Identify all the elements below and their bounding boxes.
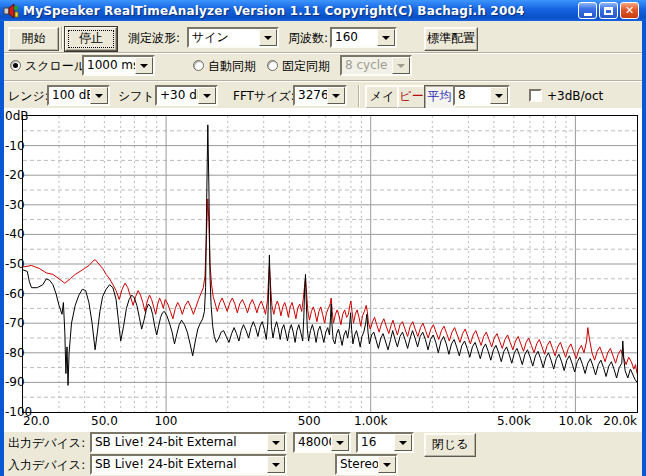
start-button[interactable]: 開始 bbox=[8, 27, 59, 51]
toolbar-separator bbox=[61, 27, 63, 49]
shift-label: シフト: bbox=[118, 88, 159, 104]
auto-sync-radio-label[interactable]: 自動同期 bbox=[208, 58, 256, 74]
y-axis-tick-label: -90 bbox=[5, 375, 25, 389]
input-device-label: 入力デバイス: bbox=[8, 457, 85, 473]
x-axis-tick-label: 10.0k bbox=[559, 414, 593, 428]
dropdown-arrow-icon[interactable] bbox=[267, 434, 285, 451]
shift-select[interactable]: +30 dB bbox=[155, 85, 218, 106]
output-device-label: 出力デバイス: bbox=[8, 435, 85, 451]
scroll-radio[interactable] bbox=[10, 60, 21, 71]
range-label: レンジ: bbox=[8, 88, 49, 104]
y-axis-tick-label: -30 bbox=[5, 198, 25, 212]
minimize-icon bbox=[584, 13, 592, 16]
dropdown-arrow-icon[interactable] bbox=[490, 87, 508, 104]
maximize-icon bbox=[604, 7, 613, 15]
dropdown-arrow-icon bbox=[392, 57, 410, 74]
range-select[interactable]: 100 dB bbox=[47, 85, 110, 106]
scroll-interval-select[interactable]: 1000 ms bbox=[82, 55, 155, 76]
x-axis-tick-label: 500 bbox=[298, 414, 321, 428]
average-trace-button[interactable]: 平均 bbox=[424, 85, 455, 109]
dropdown-arrow-icon[interactable] bbox=[135, 57, 153, 74]
dropdown-arrow-icon[interactable] bbox=[331, 434, 349, 451]
auto-sync-radio[interactable] bbox=[193, 60, 204, 71]
x-axis-tick-label: 20.0k bbox=[603, 414, 637, 428]
bit-depth-select[interactable]: 16 bbox=[356, 432, 414, 453]
frequency-label: 周波数: bbox=[288, 30, 328, 46]
waveform-select[interactable]: サイン bbox=[187, 27, 279, 48]
toolbar-row-separator bbox=[4, 80, 642, 82]
x-axis-tick-label: 50.0 bbox=[91, 414, 118, 428]
x-axis-tick-label: 5.00k bbox=[497, 414, 531, 428]
app-window: MySpeaker RealTimeAnalyzer Version 1.11 … bbox=[0, 0, 646, 476]
fft-size-label: FFTサイズ: bbox=[233, 88, 295, 104]
main-trace-button[interactable]: メイン bbox=[365, 85, 399, 109]
scroll-radio-label[interactable]: スクロール bbox=[25, 58, 86, 74]
dropdown-arrow-icon[interactable] bbox=[267, 456, 285, 473]
spectrum-plot bbox=[22, 115, 638, 413]
y-axis-tick-label: -40 bbox=[5, 227, 25, 241]
y-axis-tick-label: -60 bbox=[5, 287, 25, 301]
dropdown-arrow-icon[interactable] bbox=[327, 87, 345, 104]
fft-size-select[interactable]: 32768 bbox=[293, 85, 347, 106]
close-window-button[interactable]: ✕ bbox=[620, 2, 639, 19]
y-axis-tick-label: -10 bbox=[5, 139, 25, 153]
fixed-sync-radio[interactable] bbox=[267, 60, 278, 71]
app-icon bbox=[3, 3, 19, 19]
dropdown-arrow-icon[interactable] bbox=[394, 434, 412, 451]
dropdown-arrow-icon[interactable] bbox=[198, 87, 216, 104]
title-bar: MySpeaker RealTimeAnalyzer Version 1.11 … bbox=[0, 0, 646, 21]
average-count-select[interactable]: 8 bbox=[453, 85, 510, 106]
dropdown-arrow-icon[interactable] bbox=[259, 29, 277, 46]
waveform-label: 測定波形: bbox=[128, 30, 180, 46]
y-axis-tick-label: -70 bbox=[5, 316, 25, 330]
window-controls: ✕ bbox=[576, 2, 639, 19]
y-axis-tick-label: -50 bbox=[5, 257, 25, 271]
y-axis-tick-label: 0dB bbox=[5, 109, 28, 123]
x-axis-tick-label: 20.0 bbox=[23, 414, 50, 428]
close-button[interactable]: 閉じる bbox=[424, 433, 476, 457]
maximize-button[interactable] bbox=[599, 2, 618, 19]
dropdown-arrow-icon[interactable] bbox=[90, 87, 108, 104]
channel-select[interactable]: Stereo bbox=[335, 454, 398, 475]
peak-trace-button[interactable]: ピーク bbox=[397, 85, 426, 109]
y-axis-tick-label: -80 bbox=[5, 346, 25, 360]
close-icon: ✕ bbox=[625, 5, 634, 16]
input-device-select[interactable]: SB Live! 24-bit External bbox=[90, 454, 287, 475]
dropdown-arrow-icon[interactable] bbox=[377, 29, 395, 46]
x-axis-tick-label: 1.00k bbox=[354, 414, 388, 428]
oct-slope-checkbox[interactable] bbox=[529, 89, 542, 102]
sample-rate-select[interactable]: 48000 bbox=[293, 432, 351, 453]
oct-slope-checkbox-label[interactable]: +3dB/oct bbox=[547, 88, 603, 104]
standard-layout-button[interactable]: 標準配置 bbox=[424, 27, 478, 51]
stop-button[interactable]: 停止 bbox=[65, 27, 117, 51]
y-axis-tick-label: -20 bbox=[5, 168, 25, 182]
cycle-select: 8 cycle bbox=[340, 55, 412, 76]
frequency-select[interactable]: 160 bbox=[330, 27, 397, 48]
dropdown-arrow-icon[interactable] bbox=[378, 456, 396, 473]
spectrum-chart: 0dB-10-20-30-40-50-60-70-80-90-100 20.05… bbox=[4, 108, 642, 432]
fixed-sync-radio-label[interactable]: 固定同期 bbox=[282, 58, 330, 74]
x-axis-tick-label: 100 bbox=[155, 414, 178, 428]
window-title: MySpeaker RealTimeAnalyzer Version 1.11 … bbox=[23, 4, 525, 18]
minimize-button[interactable] bbox=[578, 2, 597, 19]
toolbar-separator bbox=[358, 85, 360, 107]
output-device-select[interactable]: SB Live! 24-bit External bbox=[90, 432, 287, 453]
toolbar-row-separator bbox=[4, 52, 642, 54]
